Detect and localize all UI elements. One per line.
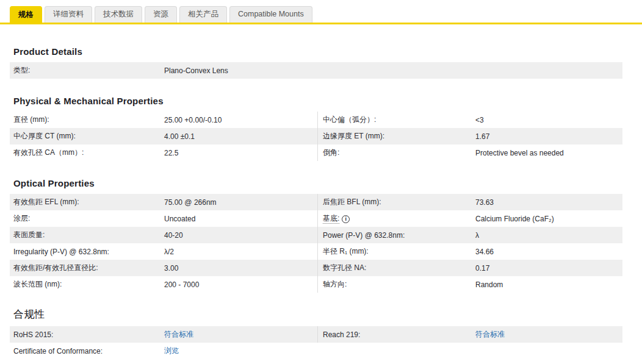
tab-resources[interactable]: 资源 [145, 6, 177, 23]
spec-row-coating-substrate: 涂层: Uncoated 基底:i Calcium Fluoride (CaF₂… [10, 210, 622, 227]
spec-cell-decentering: 中心偏（弧分）: <3 [317, 112, 622, 128]
spec-row-efl-bfl: 有效焦距 EFL (mm): 75.00 @ 266nm 后焦距 BFL (mm… [10, 194, 622, 210]
rohs-compliant-link[interactable]: 符合标准 [164, 330, 193, 338]
spec-label-substrate: 基底:i [323, 213, 475, 224]
spec-value-bevel: Protective bevel as needed [475, 149, 622, 157]
spec-row-ct-et: 中心厚度 CT (mm): 4.00 ±0.1 边缘厚度 ET (mm): 1.… [10, 128, 622, 145]
spec-label-na: 数字孔径 NA: [323, 263, 475, 273]
spec-cell-f-number: 有效焦距/有效孔径直径比: 3.00 [10, 260, 317, 276]
spec-cell-na: 数字孔径 NA: 0.17 [317, 260, 622, 276]
spec-cell-bevel: 倒角: Protective bevel as needed [317, 145, 622, 161]
spec-row-fnumber-na: 有效焦距/有效孔径直径比: 3.00 数字孔径 NA: 0.17 [10, 260, 622, 276]
spec-cell-type: 类型: Plano-Convex Lens [10, 62, 622, 79]
tab-bar: 规格 详细资料 技术数据 资源 相关产品 Compatible Mounts [0, 0, 642, 23]
spec-value-diameter: 25.00 +0.00/-0.10 [164, 116, 317, 124]
spec-cell-empty [317, 343, 622, 359]
spec-label-ca: 有效孔径 CA（mm）: [13, 148, 164, 158]
spec-label-f-number: 有效焦距/有效孔径直径比: [13, 263, 164, 273]
spec-value-na: 0.17 [475, 264, 622, 273]
spec-cell-et: 边缘厚度 ET (mm): 1.67 [317, 128, 622, 145]
spec-value-surface-quality: 40-20 [164, 231, 317, 240]
substrate-tooltip-label[interactable]: 基底: [323, 214, 339, 224]
section-title-physical: Physical & Mechanical Properties [13, 96, 642, 106]
spec-label-certificate: Certificate of Conformance: [13, 347, 164, 355]
tab-compatible-mounts[interactable]: Compatible Mounts [229, 6, 312, 23]
spec-cell-ct: 中心厚度 CT (mm): 4.00 ±0.1 [10, 128, 317, 145]
spec-row-rohs-reach: RoHS 2015: 符合标准 Reach 219: 符合标准 [10, 326, 622, 343]
spec-cell-ca: 有效孔径 CA（mm）: 22.5 [10, 145, 317, 161]
info-icon[interactable]: i [342, 215, 350, 223]
spec-cell-axis: 轴方向: Random [317, 276, 622, 293]
spec-value-irregularity: λ/2 [164, 248, 317, 256]
spec-row-ca-bevel: 有效孔径 CA（mm）: 22.5 倒角: Protective bevel a… [10, 145, 622, 161]
spec-value-type: Plano-Convex Lens [164, 66, 622, 75]
spec-cell-reach: Reach 219: 符合标准 [317, 326, 622, 343]
spec-cell-power: Power (P-V) @ 632.8nm: λ [317, 227, 622, 243]
spec-value-axis: Random [475, 280, 622, 289]
spec-label-coating: 涂层: [13, 213, 164, 224]
tab-underline-bar [0, 23, 642, 24]
spec-cell-surface-quality: 表面质量: 40-20 [10, 227, 317, 243]
physical-properties-table: 直径 (mm): 25.00 +0.00/-0.10 中心偏（弧分）: <3 中… [10, 112, 622, 161]
compliance-table: RoHS 2015: 符合标准 Reach 219: 符合标准 Certific… [10, 326, 622, 359]
spec-value-power: λ [475, 231, 622, 240]
spec-label-diameter: 直径 (mm): [13, 115, 164, 125]
spec-label-bfl: 后焦距 BFL (mm): [323, 197, 475, 207]
spec-label-bevel: 倒角: [323, 148, 475, 158]
tab-related-products[interactable]: 相关产品 [179, 6, 227, 23]
spec-label-irregularity: Irregularity (P-V) @ 632.8nm: [13, 248, 164, 256]
section-title-compliance: 合规性 [13, 307, 642, 321]
tab-specifications[interactable]: 规格 [10, 6, 42, 23]
spec-label-efl: 有效焦距 EFL (mm): [13, 197, 164, 207]
section-title-optical: Optical Properties [13, 178, 642, 188]
spec-label-rohs: RoHS 2015: [13, 330, 164, 339]
spec-row-surface-power: 表面质量: 40-20 Power (P-V) @ 632.8nm: λ [10, 227, 622, 243]
spec-cell-coating: 涂层: Uncoated [10, 210, 317, 227]
spec-value-f-number: 3.00 [164, 264, 317, 273]
tab-technical-data[interactable]: 技术数据 [95, 6, 142, 23]
spec-value-radius: 34.66 [475, 248, 622, 256]
spec-label-reach: Reach 219: [323, 330, 475, 339]
spec-cell-bfl: 后焦距 BFL (mm): 73.63 [317, 194, 622, 210]
spec-value-et: 1.67 [475, 132, 622, 141]
spec-row-irregularity-radius: Irregularity (P-V) @ 632.8nm: λ/2 半径 R₁ … [10, 243, 622, 260]
spec-row-diameter-decentering: 直径 (mm): 25.00 +0.00/-0.10 中心偏（弧分）: <3 [10, 112, 622, 128]
spec-label-ct: 中心厚度 CT (mm): [13, 131, 164, 141]
spec-label-surface-quality: 表面质量: [13, 230, 164, 240]
spec-label-type: 类型: [13, 65, 164, 76]
spec-cell-diameter: 直径 (mm): 25.00 +0.00/-0.10 [10, 112, 317, 128]
spec-row-wavelength-axis: 波长范围 (nm): 200 - 7000 轴方向: Random [10, 276, 622, 293]
spec-row-certificate: Certificate of Conformance: 浏览 [10, 343, 622, 359]
spec-label-power: Power (P-V) @ 632.8nm: [323, 231, 475, 240]
spec-label-axis: 轴方向: [323, 279, 475, 290]
spec-row-type: 类型: Plano-Convex Lens [10, 62, 622, 79]
product-details-table: 类型: Plano-Convex Lens [10, 62, 622, 79]
spec-cell-wavelength: 波长范围 (nm): 200 - 7000 [10, 276, 317, 293]
spec-value-decentering: <3 [475, 116, 622, 124]
spec-value-substrate: Calcium Fluoride (CaF₂) [475, 215, 622, 223]
spec-value-ca: 22.5 [164, 149, 317, 157]
spec-value-coating: Uncoated [164, 215, 317, 223]
reach-compliant-link[interactable]: 符合标准 [475, 330, 505, 338]
spec-cell-efl: 有效焦距 EFL (mm): 75.00 @ 266nm [10, 194, 317, 210]
spec-value-bfl: 73.63 [475, 198, 622, 207]
spec-cell-irregularity: Irregularity (P-V) @ 632.8nm: λ/2 [10, 243, 317, 260]
certificate-view-link[interactable]: 浏览 [164, 346, 179, 355]
spec-cell-substrate: 基底:i Calcium Fluoride (CaF₂) [317, 210, 622, 227]
spec-label-wavelength: 波长范围 (nm): [13, 279, 164, 290]
specifications-panel: Product Details 类型: Plano-Convex Lens Ph… [0, 46, 642, 359]
spec-label-decentering: 中心偏（弧分）: [323, 115, 475, 125]
spec-label-et: 边缘厚度 ET (mm): [323, 131, 475, 141]
optical-properties-table: 有效焦距 EFL (mm): 75.00 @ 266nm 后焦距 BFL (mm… [10, 194, 622, 293]
spec-value-efl: 75.00 @ 266nm [164, 198, 317, 207]
spec-value-ct: 4.00 ±0.1 [164, 132, 317, 141]
spec-cell-certificate: Certificate of Conformance: 浏览 [10, 343, 317, 359]
spec-value-wavelength: 200 - 7000 [164, 280, 317, 289]
section-title-product-details: Product Details [13, 46, 642, 57]
tab-details[interactable]: 详细资料 [45, 6, 92, 23]
spec-cell-radius: 半径 R₁ (mm): 34.66 [317, 243, 622, 260]
spec-cell-rohs: RoHS 2015: 符合标准 [10, 326, 317, 343]
spec-label-radius: 半径 R₁ (mm): [323, 246, 475, 257]
